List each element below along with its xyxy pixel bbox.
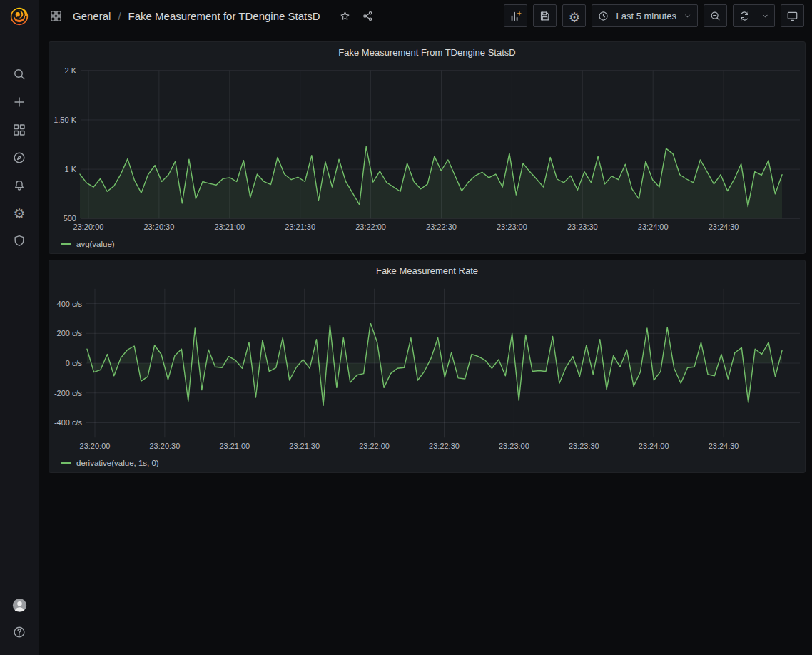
svg-text:23:23:30: 23:23:30	[567, 223, 598, 231]
svg-text:23:22:00: 23:22:00	[355, 223, 386, 231]
explore-compass-icon[interactable]	[12, 151, 26, 165]
legend-label: avg(value)	[76, 240, 115, 248]
sidebar-bottom	[11, 597, 28, 639]
dashboard-canvas: Fake Measurement From TDengine StatsD 23…	[39, 31, 812, 479]
svg-text:500: 500	[64, 214, 76, 223]
svg-text:2 K: 2 K	[64, 66, 76, 75]
sidebar-nav: ⚙	[12, 67, 26, 248]
panel-fake-measurement-rate: Fake Measurement Rate 23:20:0023:20:3023…	[49, 260, 806, 473]
search-icon[interactable]	[12, 67, 26, 81]
svg-text:0 c/s: 0 c/s	[66, 359, 83, 367]
top-navbar: General / Fake Measurement for TDengine …	[39, 0, 812, 31]
dashboards-icon[interactable]	[12, 123, 26, 137]
svg-text:1.50 K: 1.50 K	[54, 116, 76, 124]
panel-title[interactable]: Fake Measurement From TDengine StatsD	[49, 42, 805, 58]
help-icon[interactable]	[12, 625, 26, 639]
sidebar: ⚙	[0, 0, 39, 655]
user-avatar[interactable]	[11, 597, 28, 614]
alerting-bell-icon[interactable]	[12, 178, 26, 193]
dashboard-settings-button[interactable]: ⚙	[562, 4, 586, 27]
breadcrumb-dashboard-title[interactable]: Fake Measurement for TDengine StatsD	[128, 10, 320, 22]
svg-text:23:20:00: 23:20:00	[80, 442, 111, 450]
add-panel-button[interactable]	[504, 4, 527, 27]
panel-fake-measurement: Fake Measurement From TDengine StatsD 23…	[49, 41, 806, 254]
svg-text:23:20:30: 23:20:30	[150, 442, 181, 450]
breadcrumb-separator: /	[118, 10, 121, 22]
svg-text:23:24:30: 23:24:30	[709, 223, 739, 231]
svg-text:23:23:00: 23:23:00	[499, 442, 529, 450]
svg-text:23:23:30: 23:23:30	[569, 442, 599, 450]
svg-text:23:21:30: 23:21:30	[289, 442, 320, 450]
monitor-icon	[786, 10, 798, 22]
clock-icon	[597, 10, 609, 22]
time-series-chart[interactable]: 23:20:0023:20:3023:21:0023:21:3023:22:00…	[49, 260, 805, 472]
sync-icon	[739, 10, 751, 22]
legend-swatch	[61, 243, 71, 245]
star-icon[interactable]	[339, 10, 351, 22]
legend-item[interactable]: derivative(value, 1s, 0)	[61, 459, 159, 467]
legend-swatch	[61, 462, 71, 464]
breadcrumb: General / Fake Measurement for TDengine …	[49, 9, 374, 23]
share-icon[interactable]	[362, 10, 374, 22]
svg-text:23:22:30: 23:22:30	[429, 442, 460, 450]
legend-label: derivative(value, 1s, 0)	[76, 459, 159, 467]
refresh-button[interactable]	[733, 4, 756, 27]
time-range-picker[interactable]: Last 5 minutes	[592, 4, 698, 27]
svg-text:400 c/s: 400 c/s	[57, 300, 83, 308]
svg-text:23:22:30: 23:22:30	[426, 223, 457, 231]
cycle-view-mode-button[interactable]	[781, 4, 804, 27]
svg-text:1 K: 1 K	[64, 165, 76, 173]
configuration-gear-icon[interactable]: ⚙	[12, 206, 26, 220]
dashboard-toolbar: ⚙ Last 5 minutes	[504, 4, 804, 27]
chevron-down-icon	[683, 11, 692, 21]
svg-text:23:24:00: 23:24:00	[639, 442, 669, 450]
main-area: General / Fake Measurement for TDengine …	[39, 0, 812, 655]
time-series-chart[interactable]: 23:20:0023:20:3023:21:0023:21:3023:22:00…	[49, 42, 805, 253]
gear-icon: ⚙	[568, 10, 580, 22]
svg-text:23:21:00: 23:21:00	[214, 223, 245, 231]
svg-text:23:21:30: 23:21:30	[285, 223, 315, 231]
panel-title[interactable]: Fake Measurement Rate	[49, 260, 805, 276]
create-plus-icon[interactable]	[12, 95, 26, 109]
svg-text:200 c/s: 200 c/s	[57, 329, 83, 337]
chevron-down-icon	[761, 11, 770, 21]
svg-text:-200 c/s: -200 c/s	[54, 389, 83, 397]
zoom-out-icon	[709, 10, 721, 22]
save-dashboard-button[interactable]	[533, 4, 557, 27]
svg-text:23:22:00: 23:22:00	[359, 442, 390, 450]
svg-text:23:20:30: 23:20:30	[144, 223, 175, 231]
svg-text:23:21:00: 23:21:00	[219, 442, 250, 450]
svg-text:23:23:00: 23:23:00	[497, 223, 527, 231]
panel-add-icon	[509, 10, 522, 22]
svg-text:23:24:30: 23:24:30	[709, 442, 739, 450]
dashboard-grid-icon[interactable]	[49, 9, 63, 23]
save-icon	[539, 10, 551, 22]
time-range-label: Last 5 minutes	[614, 11, 678, 21]
server-admin-shield-icon[interactable]	[12, 234, 26, 248]
legend-item[interactable]: avg(value)	[61, 240, 115, 248]
grafana-app: ⚙ General / Fake Measurement for TDengin…	[0, 0, 812, 655]
refresh-button-group	[733, 4, 775, 27]
zoom-out-time-button[interactable]	[704, 4, 727, 27]
breadcrumb-folder[interactable]: General	[73, 10, 111, 22]
svg-text:-400 c/s: -400 c/s	[54, 418, 83, 427]
svg-text:23:24:00: 23:24:00	[638, 223, 669, 231]
refresh-interval-dropdown[interactable]	[756, 4, 775, 27]
grafana-logo[interactable]	[9, 6, 30, 27]
svg-text:23:20:00: 23:20:00	[73, 223, 104, 231]
